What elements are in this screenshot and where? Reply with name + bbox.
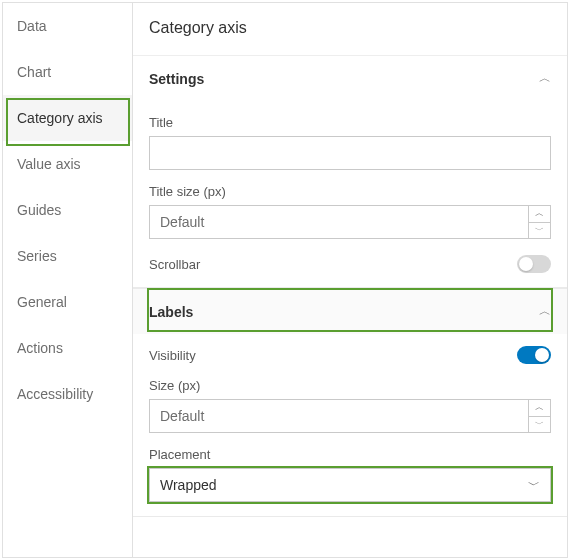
labels-size-label: Size (px) [149, 378, 551, 393]
labels-section: Labels ︿ Visibility Size (px) ︿ [133, 288, 567, 517]
title-label: Title [149, 115, 551, 130]
title-size-stepper[interactable]: ︿ ﹀ [149, 205, 551, 239]
scrollbar-label: Scrollbar [149, 257, 200, 272]
labels-size-input[interactable] [150, 400, 528, 432]
chevron-down-icon: ﹀ [528, 477, 540, 494]
chevron-up-icon: ︿ [539, 303, 551, 320]
sidebar-item-category-axis[interactable]: Category axis [3, 95, 132, 141]
sidebar-item-accessibility[interactable]: Accessibility [3, 371, 132, 417]
settings-section: Settings ︿ Title Title size (px) ︿ ﹀ [133, 56, 567, 288]
main-content: Category axis Settings ︿ Title Title siz… [133, 3, 567, 557]
sidebar-item-value-axis[interactable]: Value axis [3, 141, 132, 187]
toggle-knob [519, 257, 533, 271]
config-panel: Data Chart Category axis Value axis Guid… [2, 2, 568, 558]
sidebar-item-chart[interactable]: Chart [3, 49, 132, 95]
title-size-down-button[interactable]: ﹀ [529, 223, 550, 239]
labels-title: Labels [149, 304, 193, 320]
labels-size-up-button[interactable]: ︿ [529, 400, 550, 417]
title-size-up-button[interactable]: ︿ [529, 206, 550, 223]
title-size-input[interactable] [150, 206, 528, 238]
settings-header[interactable]: Settings ︿ [133, 56, 567, 101]
title-input[interactable] [149, 136, 551, 170]
page-title: Category axis [133, 3, 567, 56]
labels-size-down-button[interactable]: ﹀ [529, 417, 550, 433]
visibility-toggle[interactable] [517, 346, 551, 364]
sidebar-item-series[interactable]: Series [3, 233, 132, 279]
labels-header[interactable]: Labels ︿ [133, 288, 567, 334]
toggle-knob [535, 348, 549, 362]
sidebar-item-data[interactable]: Data [3, 3, 132, 49]
sidebar-item-actions[interactable]: Actions [3, 325, 132, 371]
title-size-label: Title size (px) [149, 184, 551, 199]
placement-label: Placement [149, 447, 551, 462]
settings-title: Settings [149, 71, 204, 87]
visibility-label: Visibility [149, 348, 196, 363]
chevron-up-icon: ︿ [539, 70, 551, 87]
sidebar: Data Chart Category axis Value axis Guid… [3, 3, 133, 557]
placement-select[interactable]: Wrapped ﹀ [149, 468, 551, 502]
placement-value: Wrapped [160, 477, 217, 493]
scrollbar-toggle[interactable] [517, 255, 551, 273]
sidebar-item-guides[interactable]: Guides [3, 187, 132, 233]
labels-size-stepper[interactable]: ︿ ﹀ [149, 399, 551, 433]
sidebar-item-general[interactable]: General [3, 279, 132, 325]
